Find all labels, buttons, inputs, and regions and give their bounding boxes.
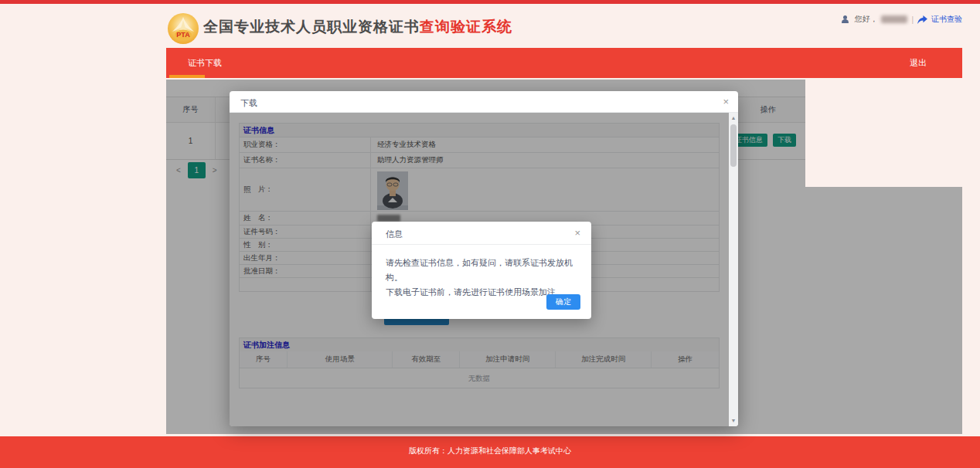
- share-arrow-icon: [917, 15, 927, 24]
- copyright-text: 版权所有：人力资源和社会保障部人事考试中心: [409, 446, 571, 455]
- scroll-down-icon[interactable]: ▼: [729, 416, 738, 426]
- message-line-1: 请先检查证书信息，如有疑问，请联系证书发放机构。: [386, 256, 577, 285]
- scroll-up-icon[interactable]: ▲: [729, 114, 738, 123]
- pta-logo-icon: PTA: [167, 12, 199, 45]
- user-icon: [842, 15, 850, 24]
- main-nav: 证书下载 退出: [166, 48, 962, 78]
- tab-cert-download[interactable]: 证书下载: [188, 48, 222, 78]
- info-dialog-footer: 确定: [546, 293, 580, 310]
- site-header: PTA 全国专业技术人员职业资格证书查询验证系统 您好， | 证书查验: [166, 4, 962, 48]
- user-name-redacted: [881, 15, 907, 23]
- info-dialog-header: 信息 ×: [372, 222, 591, 245]
- download-modal-header: 下载 ×: [230, 91, 738, 113]
- info-dialog-message: 请先检查证书信息，如有疑问，请联系证书发放机构。 下载电子证书前，请先进行证书使…: [372, 245, 591, 300]
- greeting-text: 您好，: [854, 14, 877, 25]
- title-accent: 查询验证系统: [420, 19, 512, 35]
- modal-scrollbar[interactable]: ▲ ▼: [729, 113, 738, 426]
- cert-verify-link[interactable]: 证书查验: [931, 14, 962, 25]
- footer: 版权所有：人力资源和社会保障部人事考试中心: [0, 436, 980, 468]
- logout-button[interactable]: 退出: [910, 48, 927, 78]
- page-title: 全国专业技术人员职业资格证书查询验证系统: [203, 17, 512, 37]
- title-main: 全国专业技术人员职业资格证书: [203, 19, 420, 35]
- active-tab-indicator: [169, 75, 205, 78]
- svg-text:PTA: PTA: [176, 31, 190, 39]
- user-bar: 您好， | 证书查验: [842, 14, 962, 25]
- page: PTA 全国专业技术人员职业资格证书查询验证系统 您好， | 证书查验 证书下载…: [0, 0, 980, 468]
- close-icon[interactable]: ×: [723, 95, 729, 109]
- download-modal-title: 下载: [240, 97, 257, 109]
- info-dialog-title: 信息: [386, 229, 403, 240]
- close-icon[interactable]: ×: [574, 227, 580, 239]
- separator: |: [911, 15, 914, 24]
- scrollbar-thumb[interactable]: [730, 124, 737, 167]
- info-dialog: 信息 × 请先检查证书信息，如有疑问，请联系证书发放机构。 下载电子证书前，请先…: [372, 222, 591, 319]
- ok-button[interactable]: 确定: [546, 294, 580, 310]
